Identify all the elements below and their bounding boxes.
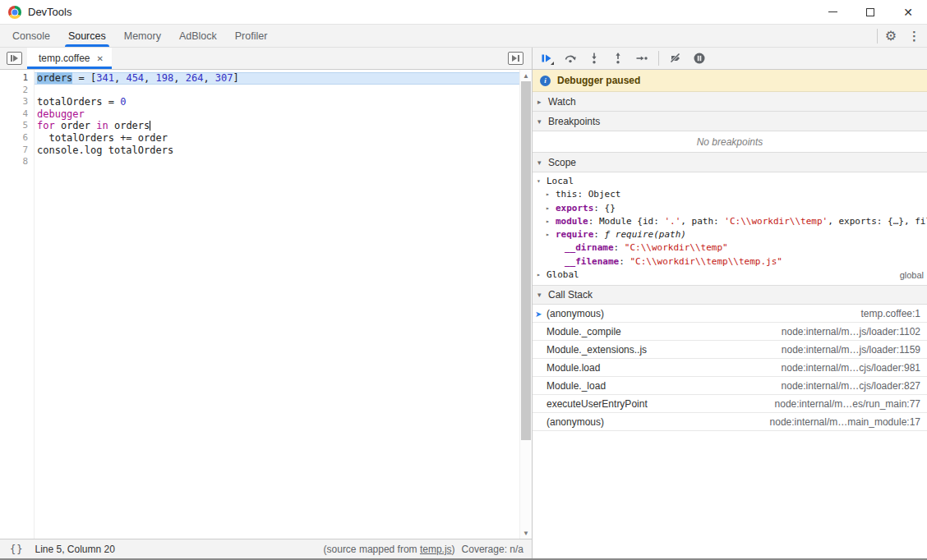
scope-pane: ▾Local▸this: Object▸exports: {}▸module: … <box>533 172 927 285</box>
cursor-position: Line 5, Column 20 <box>35 544 114 555</box>
scope-row[interactable]: ▸module: Module {id: '.', path: 'C:\\wor… <box>533 215 927 228</box>
line-number[interactable]: 4 <box>0 108 34 121</box>
maximize-button[interactable] <box>851 0 889 24</box>
call-stack-list: ➤(anonymous)temp.coffee:1Module._compile… <box>533 305 927 431</box>
chevron-right-icon[interactable]: ▸ <box>546 215 556 228</box>
line-number[interactable]: 7 <box>0 145 34 157</box>
step-over-button[interactable] <box>563 51 578 66</box>
scope-section-header[interactable]: ▾ Scope <box>533 153 927 172</box>
no-breakpoints-message: No breakpoints <box>533 131 927 153</box>
breakpoints-section-header[interactable]: ▾ Breakpoints <box>533 112 927 131</box>
call-stack-frame[interactable]: Module._compilenode:internal/m…js/loader… <box>533 323 927 341</box>
pretty-print-icon[interactable]: {} <box>10 544 23 555</box>
file-tab-temp-coffee[interactable]: temp.coffee ✕ <box>27 48 112 69</box>
panel-tab-bar: ConsoleSourcesMemoryAdBlockProfiler ⚙ ⋮ <box>0 25 927 48</box>
line-number[interactable]: 1 <box>0 72 34 85</box>
deactivate-breakpoints-icon <box>669 52 682 65</box>
source-map-link[interactable]: temp.js <box>420 544 452 555</box>
line-number[interactable]: 3 <box>0 96 34 108</box>
chevron-down-icon[interactable]: ▾ <box>537 291 548 299</box>
chevron-right-icon[interactable]: ▸ <box>546 228 556 241</box>
settings-gear-icon[interactable]: ⚙ <box>885 28 897 44</box>
code-line: console.log totalOrders <box>35 145 519 157</box>
chevron-right-icon[interactable]: ▸ <box>546 202 556 215</box>
scope-entry-text: Global <box>547 269 579 282</box>
code-area[interactable]: orders = [341, 454, 198, 264, 307]totalO… <box>35 70 519 539</box>
scrollbar-down-icon[interactable]: ▼ <box>520 527 532 539</box>
scrollbar-thumb[interactable] <box>521 81 531 440</box>
scope-row[interactable]: __filename: "C:\\workdir\\temp\\temp.js" <box>533 255 927 269</box>
source-map-suffix: ) <box>452 544 455 555</box>
file-tab-bar: temp.coffee ✕ <box>0 48 532 70</box>
pause-on-exceptions-button[interactable] <box>692 51 707 66</box>
show-navigator-icon[interactable] <box>7 52 22 65</box>
step-into-icon <box>588 52 601 65</box>
resume-button[interactable] <box>539 51 554 66</box>
frame-location: node:internal/m…cjs/loader:827 <box>782 380 920 392</box>
call-stack-frame[interactable]: Module._extensions..jsnode:internal/m…js… <box>533 341 927 359</box>
code-line <box>35 85 519 97</box>
tab-console[interactable]: Console <box>3 25 59 47</box>
chevron-right-icon[interactable]: ▸ <box>546 188 556 201</box>
scope-row[interactable]: ▸require: ƒ require(path) <box>533 228 927 241</box>
scope-row[interactable]: __dirname: "C:\\workdir\\temp" <box>533 241 927 255</box>
frame-location: node:internal/m…cjs/loader:981 <box>782 362 920 374</box>
line-number[interactable]: 2 <box>0 85 34 97</box>
debugger-paused-label: Debugger paused <box>557 75 640 86</box>
frame-location: temp.coffee:1 <box>861 308 921 319</box>
scope-entry-text: require: ƒ require(path) <box>556 228 686 241</box>
line-number[interactable]: 8 <box>0 156 34 168</box>
resume-menu-corner-icon <box>551 62 554 65</box>
close-button[interactable]: ✕ <box>889 0 927 24</box>
call-stack-frame[interactable]: Module._loadnode:internal/m…cjs/loader:8… <box>533 377 927 395</box>
more-options-kebab-icon[interactable]: ⋮ <box>908 29 920 44</box>
scope-entry-text: module: Module {id: '.', path: 'C:\\work… <box>556 215 927 228</box>
call-stack-frame[interactable]: Module.loadnode:internal/m…cjs/loader:98… <box>533 359 927 377</box>
watch-section-header[interactable]: ▸ Watch <box>533 92 927 112</box>
chevron-right-icon[interactable]: ▸ <box>537 269 547 282</box>
maximize-icon <box>866 8 874 16</box>
debugger-sidebar: i Debugger paused ▸ Watch ▾ Breakpoints … <box>533 48 927 558</box>
scope-row[interactable]: ▸this: Object <box>533 188 927 201</box>
code-editor[interactable]: 12345678 orders = [341, 454, 198, 264, 3… <box>0 70 532 539</box>
call-stack-frame[interactable]: ➤(anonymous)temp.coffee:1 <box>533 305 927 323</box>
call-stack-frame[interactable]: executeUserEntryPointnode:internal/m…es/… <box>533 395 927 413</box>
close-icon: ✕ <box>903 7 913 18</box>
file-tab-label: temp.coffee <box>39 53 90 64</box>
tab-adblock[interactable]: AdBlock <box>170 25 226 47</box>
code-line: for order in orders <box>35 120 519 132</box>
line-number[interactable]: 5 <box>0 120 34 132</box>
frame-location: node:internal/m…es/run_main:77 <box>775 398 920 410</box>
file-tab-close-icon[interactable]: ✕ <box>96 54 103 63</box>
call-stack-frame[interactable]: (anonymous)node:internal/m…main_module:1… <box>533 413 927 431</box>
chevron-right-icon[interactable]: ▸ <box>537 98 548 106</box>
step-out-button[interactable] <box>611 51 625 66</box>
debugger-paused-banner: i Debugger paused <box>533 70 927 92</box>
tab-sources[interactable]: Sources <box>59 25 115 47</box>
execution-line: orders = [341, 454, 198, 264, 307] <box>35 72 519 85</box>
scope-row[interactable]: ▸exports: {} <box>533 202 927 215</box>
minimize-button[interactable] <box>814 0 851 24</box>
scrollbar-up-icon[interactable]: ▲ <box>520 70 532 81</box>
line-number[interactable]: 6 <box>0 132 34 145</box>
editor-scrollbar[interactable]: ▲ ▼ <box>519 70 532 539</box>
step-button[interactable] <box>634 51 649 66</box>
code-line: debugger <box>35 108 519 121</box>
tab-memory[interactable]: Memory <box>115 25 170 47</box>
scope-row[interactable]: ▾Local <box>533 175 927 188</box>
toolbar-separator <box>877 29 878 44</box>
deactivate-breakpoints-button[interactable] <box>668 51 683 66</box>
chevron-down-icon[interactable]: ▾ <box>537 175 547 188</box>
debugger-toolbar <box>533 48 927 70</box>
step-into-button[interactable] <box>587 51 602 66</box>
frame-name: (anonymous) <box>547 308 604 319</box>
open-more-tabs-icon[interactable] <box>508 52 523 65</box>
chevron-down-icon[interactable]: ▾ <box>537 158 548 167</box>
call-stack-section-header[interactable]: ▾ Call Stack <box>533 285 927 305</box>
tab-profiler[interactable]: Profiler <box>226 25 277 47</box>
window-title: DevTools <box>28 6 71 18</box>
line-number-gutter[interactable]: 12345678 <box>0 70 35 539</box>
breakpoints-section-label: Breakpoints <box>548 116 600 127</box>
scope-row[interactable]: ▸Globalglobal <box>533 269 927 282</box>
chevron-down-icon[interactable]: ▾ <box>537 117 548 126</box>
